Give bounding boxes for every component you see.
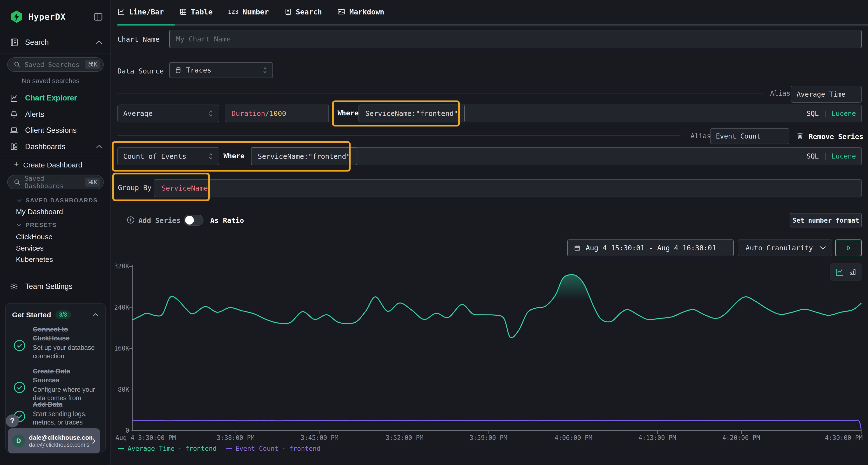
- preset-link-kubernetes[interactable]: Kubernetes: [16, 255, 53, 264]
- plus-circle-icon[interactable]: [127, 216, 135, 224]
- y-axis-tick-label: 80K: [112, 386, 129, 393]
- add-series-button[interactable]: Add Series: [138, 217, 181, 225]
- plus-icon: +: [14, 160, 19, 169]
- series1-alias-value: Average Time: [797, 90, 845, 98]
- check-circle-icon: [13, 331, 26, 360]
- alias-label: Alias: [690, 132, 711, 140]
- series2-aggregation-select[interactable]: Count of Events: [117, 147, 219, 165]
- tab-table[interactable]: Table: [179, 8, 213, 16]
- series1-where-query[interactable]: ServiceName:"frontend": [359, 105, 465, 122]
- help-button[interactable]: ?: [6, 414, 19, 427]
- series-area: [132, 275, 862, 431]
- sidebar-item-client-sessions[interactable]: Client Sessions: [0, 123, 111, 138]
- lucene-option[interactable]: Lucene: [832, 110, 856, 118]
- preset-link-clickhouse[interactable]: ClickHouse: [16, 233, 53, 241]
- run-query-button[interactable]: [835, 239, 862, 256]
- as-ratio-toggle[interactable]: [184, 215, 204, 226]
- group-by-value: ServiceName: [161, 184, 208, 192]
- y-axis-tick: [129, 348, 132, 349]
- brand-title: HyperDX: [28, 12, 66, 22]
- y-axis-tick: [129, 390, 132, 390]
- legend-series-group[interactable]: frontend: [289, 445, 320, 452]
- sql-option[interactable]: SQL: [807, 110, 819, 118]
- checklist-desc: Set up your database connection: [33, 343, 97, 360]
- sidebar-item-dashboards[interactable]: Dashboards: [0, 139, 111, 154]
- tab-markdown[interactable]: Markdown: [337, 8, 384, 16]
- legend-series-name[interactable]: Average Time: [128, 445, 175, 452]
- series1-where-input[interactable]: ServiceName:"frontend" SQL | Lucene: [359, 105, 862, 122]
- saved-dashboards-placeholder: Saved Dashboards: [25, 175, 85, 190]
- lucene-option[interactable]: Lucene: [832, 152, 856, 160]
- remove-series-button[interactable]: Remove Series: [809, 133, 863, 141]
- legend-series-group[interactable]: frontend: [185, 445, 217, 452]
- user-email: dale@clickhouse.com: [29, 434, 92, 441]
- checklist-title: Add Data: [33, 400, 97, 409]
- legend-swatch-green: [118, 448, 124, 449]
- series2-aggregation-value: Count of Events: [123, 152, 186, 161]
- series2-language-switch[interactable]: SQL | Lucene: [807, 148, 856, 165]
- sidebar-section-search[interactable]: Search: [0, 35, 111, 49]
- time-range-picker[interactable]: Aug 4 15:30:01 - Aug 4 16:30:01: [567, 239, 734, 256]
- set-number-format-button[interactable]: Set number format: [790, 213, 862, 227]
- group-by-input[interactable]: ServiceName: [154, 179, 862, 197]
- preset-link-services[interactable]: Services: [16, 244, 44, 252]
- group-presets[interactable]: PRESETS: [17, 222, 57, 228]
- chevron-up-icon[interactable]: [93, 313, 99, 317]
- series1-aggregation-select[interactable]: Average: [117, 105, 219, 122]
- series2-where-input[interactable]: ServiceName:"frontend" SQL | Lucene: [251, 147, 862, 165]
- x-axis-tick-label: 4:30:00 PM: [825, 434, 863, 441]
- checklist-item[interactable]: Create Data Sources Configure where your…: [13, 367, 100, 402]
- sidebar-item-label: Alerts: [25, 110, 102, 119]
- series2-where-query[interactable]: ServiceName:"frontend": [251, 147, 357, 165]
- series2-alias-input[interactable]: Event Count: [710, 128, 789, 144]
- dashboard-link-my-dashboard[interactable]: My Dashboard: [16, 208, 63, 216]
- series1-field-input[interactable]: Duration/1000: [225, 105, 329, 122]
- sidebar-item-label: Chart Explorer: [25, 94, 102, 102]
- logo-row: HyperDX: [10, 9, 103, 25]
- series-divider: [117, 93, 764, 94]
- hyperdx-logo-icon: [10, 10, 24, 24]
- sidebar: HyperDX Search Saved Searches ⌘K No save…: [0, 0, 111, 465]
- tab-line-bar[interactable]: Line/Bar: [117, 8, 164, 16]
- main-content: Line/Bar Table 123 Number Search Markdow…: [112, 0, 868, 465]
- chart-name-input[interactable]: My Chart Name: [169, 30, 862, 48]
- x-axis-tick-label: 3:52:00 PM: [386, 434, 424, 441]
- 123-icon: 123: [228, 9, 239, 15]
- field-token: Duration: [231, 109, 265, 118]
- sql-option[interactable]: SQL: [807, 152, 819, 160]
- trash-icon[interactable]: [796, 132, 804, 140]
- x-axis-tick-label: 3:38:00 PM: [217, 434, 255, 441]
- tab-number[interactable]: 123 Number: [228, 8, 269, 16]
- checklist-title: Create Data Sources: [33, 367, 97, 385]
- create-dashboard-button[interactable]: Create Dashboard: [23, 161, 82, 169]
- sidebar-item-alerts[interactable]: Alerts: [0, 107, 111, 122]
- checklist-item[interactable]: Add Data Start sending logs, metrics, or…: [13, 400, 100, 427]
- sidebar-item-team-settings[interactable]: Team Settings: [0, 279, 111, 294]
- timeseries-chart[interactable]: [132, 265, 862, 431]
- divider: [117, 57, 862, 57]
- collapse-sidebar-icon[interactable]: [93, 12, 103, 22]
- sidebar-item-label: Team Settings: [25, 282, 102, 291]
- data-source-select[interactable]: Traces: [169, 62, 273, 78]
- divider: [117, 462, 862, 462]
- saved-searches-input[interactable]: Saved Searches ⌘K: [7, 57, 104, 72]
- search-section-icon: [10, 38, 19, 47]
- tab-search[interactable]: Search: [284, 8, 322, 16]
- saved-dashboards-input[interactable]: Saved Dashboards ⌘K: [7, 175, 104, 189]
- sidebar-item-chart-explorer[interactable]: Chart Explorer: [0, 91, 111, 105]
- separator: |: [823, 110, 827, 118]
- tab-label: Line/Bar: [129, 8, 164, 16]
- series1-alias-input[interactable]: Average Time: [791, 86, 862, 103]
- checklist-item[interactable]: Connect to ClickHouse Set up your databa…: [13, 325, 100, 360]
- series1-language-switch[interactable]: SQL | Lucene: [807, 105, 856, 122]
- granularity-select[interactable]: Auto Granularity: [738, 239, 832, 256]
- legend-swatch-purple: [226, 448, 232, 449]
- chevron-down-icon: [820, 246, 826, 250]
- user-menu[interactable]: D dale@clickhouse.com dale@clickhouse.co…: [8, 428, 100, 454]
- group-saved-dashboards[interactable]: SAVED DASHBOARDS: [17, 197, 98, 204]
- user-subtitle: dale@clickhouse.com's: [29, 441, 92, 448]
- legend-series-name[interactable]: Event Count: [235, 445, 278, 452]
- group-header-label: PRESETS: [26, 222, 57, 228]
- chart-name-placeholder: My Chart Name: [176, 35, 231, 43]
- y-axis-tick-label: 160K: [112, 345, 129, 352]
